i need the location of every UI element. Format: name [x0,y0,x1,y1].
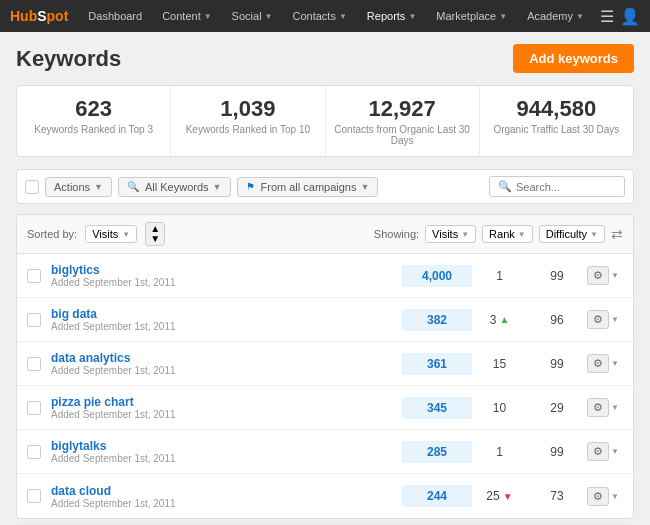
trend-up-icon-1: ▲ [499,314,509,325]
row-actions-5: ⚙ ▼ [587,487,623,506]
visits-cell-1: 382 [402,309,472,331]
row-checkbox-0[interactable] [27,269,41,283]
sort-visits-dropdown[interactable]: Visits ▼ [85,225,137,243]
gear-icon-2[interactable]: ⚙ [587,354,609,373]
keyword-date-1: Added September 1st, 2011 [51,321,402,332]
keyword-link-4[interactable]: biglytalks [51,439,402,453]
row-checkbox-1[interactable] [27,313,41,327]
rank-cell-3: 10 [472,401,527,415]
page-title: Keywords [16,46,121,72]
table-row: data cloud Added September 1st, 2011 244… [17,474,633,518]
stat-label-top3: Keywords Ranked in Top 3 [25,124,162,135]
stat-contacts-organic: 12,927 Contacts from Organic Last 30 Day… [326,86,480,156]
all-keywords-dropdown[interactable]: 🔍 All Keywords ▼ [118,177,231,197]
visits-cell-0: 4,000 [402,265,472,287]
stat-keywords-top10: 1,039 Keywords Ranked in Top 10 [171,86,325,156]
nav-item-contacts[interactable]: Contacts ▼ [285,0,355,32]
add-keywords-button[interactable]: Add keywords [513,44,634,73]
nav-item-academy[interactable]: Academy ▼ [519,0,592,32]
table-row: big data Added September 1st, 2011 382 3… [17,298,633,342]
chevron-down-icon-2[interactable]: ▼ [611,359,619,368]
table-row: biglytics Added September 1st, 2011 4,00… [17,254,633,298]
chevron-down-icon: ▼ [499,12,507,21]
user-icon[interactable]: 👤 [620,7,640,26]
chevron-down-icon-0[interactable]: ▼ [611,271,619,280]
actions-dropdown[interactable]: Actions ▼ [45,177,112,197]
difficulty-cell-3: 29 [527,401,587,415]
difficulty-cell-0: 99 [527,269,587,283]
table-row: biglytalks Added September 1st, 2011 285… [17,430,633,474]
nav-item-content[interactable]: Content ▼ [154,0,219,32]
gear-icon-5[interactable]: ⚙ [587,487,609,506]
keyword-date-4: Added September 1st, 2011 [51,453,402,464]
chevron-down-icon: ▼ [339,12,347,21]
search-icon: 🔍 [127,181,139,192]
chevron-down-icon-1[interactable]: ▼ [611,315,619,324]
table-row: data analytics Added September 1st, 2011… [17,342,633,386]
keyword-date-2: Added September 1st, 2011 [51,365,402,376]
nav-item-social[interactable]: Social ▼ [224,0,281,32]
keyword-link-5[interactable]: data cloud [51,484,402,498]
chevron-down-icon: ▼ [204,12,212,21]
row-checkbox-2[interactable] [27,357,41,371]
keyword-link-2[interactable]: data analytics [51,351,402,365]
row-checkbox-4[interactable] [27,445,41,459]
gear-icon-1[interactable]: ⚙ [587,310,609,329]
stats-bar: 623 Keywords Ranked in Top 3 1,039 Keywo… [16,85,634,157]
chevron-down-icon-3[interactable]: ▼ [611,403,619,412]
chevron-down-icon-4[interactable]: ▼ [611,447,619,456]
keyword-date-3: Added September 1st, 2011 [51,409,402,420]
keyword-info-4: biglytalks Added September 1st, 2011 [51,439,402,464]
difficulty-cell-1: 96 [527,313,587,327]
filter-bar: Actions ▼ 🔍 All Keywords ▼ ⚑ From all ca… [16,169,634,204]
row-checkbox-3[interactable] [27,401,41,415]
row-checkbox-5[interactable] [27,489,41,503]
stat-label-top10: Keywords Ranked in Top 10 [179,124,316,135]
stat-number-top10: 1,039 [179,96,316,122]
showing-visits-dropdown[interactable]: Visits ▼ [425,225,476,243]
stat-number-traffic: 944,580 [488,96,625,122]
difficulty-cell-2: 99 [527,357,587,371]
row-actions-1: ⚙ ▼ [587,310,623,329]
stat-label-traffic: Organic Traffic Last 30 Days [488,124,625,135]
row-actions-4: ⚙ ▼ [587,442,623,461]
chevron-down-icon: ▼ [576,12,584,21]
settings-icon[interactable]: ⇄ [611,226,623,242]
stat-organic-traffic: 944,580 Organic Traffic Last 30 Days [480,86,633,156]
chevron-down-icon: ▼ [518,230,526,239]
gear-icon-3[interactable]: ⚙ [587,398,609,417]
row-actions-3: ⚙ ▼ [587,398,623,417]
search-icon: 🔍 [498,180,512,193]
keyword-link-1[interactable]: big data [51,307,402,321]
stat-number-top3: 623 [25,96,162,122]
keyword-link-3[interactable]: pizza pie chart [51,395,402,409]
table-sort-header: Sorted by: Visits ▼ ▲ ▼ Showing: Visits … [17,215,633,254]
chevron-down-icon-5[interactable]: ▼ [611,492,619,501]
campaigns-dropdown[interactable]: ⚑ From all campaigns ▼ [237,177,379,197]
gear-icon-4[interactable]: ⚙ [587,442,609,461]
gear-icon-0[interactable]: ⚙ [587,266,609,285]
chevron-down-icon: ▼ [122,230,130,239]
nav-item-reports[interactable]: Reports ▼ [359,0,424,32]
showing-difficulty-dropdown[interactable]: Difficulty ▼ [539,225,605,243]
search-box[interactable]: 🔍 [489,176,625,197]
menu-icon[interactable]: ☰ [600,7,614,26]
keyword-link-0[interactable]: biglytics [51,263,402,277]
keywords-table: Sorted by: Visits ▼ ▲ ▼ Showing: Visits … [16,214,634,519]
visits-cell-3: 345 [402,397,472,419]
search-input[interactable] [516,181,616,193]
showing-rank-dropdown[interactable]: Rank ▼ [482,225,533,243]
difficulty-cell-5: 73 [527,489,587,503]
row-actions-2: ⚙ ▼ [587,354,623,373]
sort-by-label: Sorted by: [27,228,77,240]
rank-cell-0: 1 [472,269,527,283]
keyword-date-5: Added September 1st, 2011 [51,498,402,509]
select-all-checkbox[interactable] [25,180,39,194]
keyword-info-5: data cloud Added September 1st, 2011 [51,484,402,509]
sort-order-arrows[interactable]: ▲ ▼ [145,222,165,246]
nav-item-marketplace[interactable]: Marketplace ▼ [428,0,515,32]
nav-item-dashboard[interactable]: Dashboard [80,0,150,32]
rank-cell-1: 3 ▲ [472,313,527,327]
chevron-down-icon: ▼ [590,230,598,239]
hubspot-logo[interactable]: HubSpot [10,8,68,24]
